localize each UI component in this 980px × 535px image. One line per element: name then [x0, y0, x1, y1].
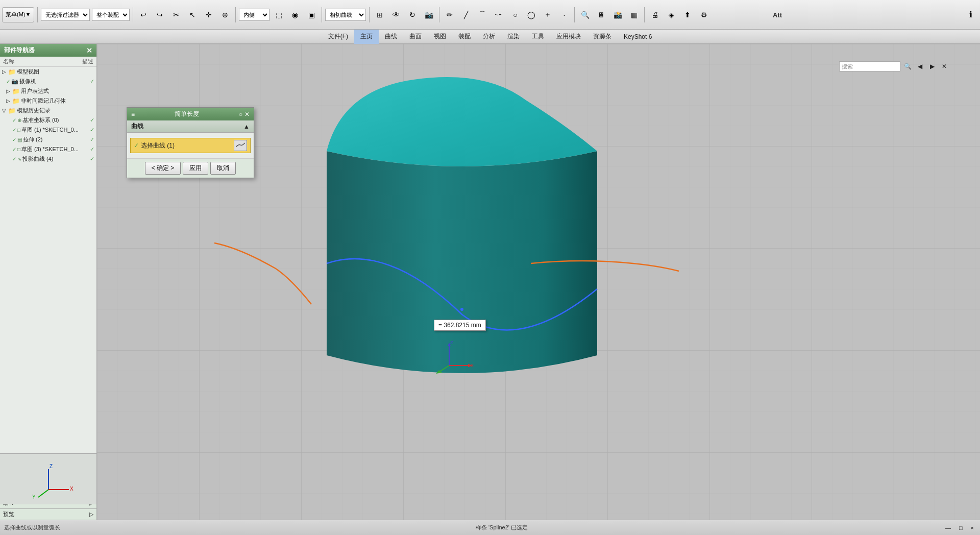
cut-icon[interactable]: ✂ [169, 8, 183, 22]
tree-expressions[interactable]: ▷ 📁 用户表达式 [0, 86, 96, 96]
tree-model-view[interactable]: ▷ 📁 模型视图 [0, 67, 96, 77]
view-icon[interactable]: 👁 [389, 8, 403, 22]
menu-left-icon[interactable]: ◀ [915, 61, 925, 71]
assembly-dropdown[interactable]: 整个装配 [92, 9, 130, 21]
menu-assembly[interactable]: 装配 [452, 30, 477, 44]
menu-analysis[interactable]: 分析 [477, 30, 501, 44]
svg-text:X: X [471, 363, 474, 368]
menu-modules[interactable]: 应用模块 [550, 30, 587, 44]
move-icon[interactable]: ✛ [202, 8, 216, 22]
ok-button[interactable]: < 确定 > [145, 162, 181, 175]
tree-extrude[interactable]: ✓ ▤ 拉伸 (2) ✓ [0, 135, 96, 144]
tree-datum-csys[interactable]: ✓ ⊕ 基准坐标系 (0) ✓ [0, 115, 96, 125]
status-close-button[interactable]: × [969, 524, 976, 531]
direction-dropdown[interactable]: 内侧 [239, 9, 270, 21]
folder-icon: 📁 [8, 68, 16, 76]
search-input[interactable] [839, 61, 900, 71]
status-right-controls: — □ × [943, 524, 976, 531]
menu-tools[interactable]: 工具 [526, 30, 550, 44]
cube-icon[interactable]: ▣ [304, 8, 318, 22]
tree-item-label: 草图 (1) *SKETCH_0... [21, 126, 79, 134]
tree-item-label: 用户表达式 [21, 87, 49, 95]
export-icon[interactable]: ⬆ [680, 8, 695, 22]
wave-icon[interactable]: 〰 [492, 8, 506, 22]
check-icon: ✓ [12, 156, 16, 162]
menu-curve[interactable]: 曲线 [379, 30, 403, 44]
tree-camera[interactable]: ✓ 📷 摄像机 ✓ [0, 77, 96, 86]
menu-surface[interactable]: 曲面 [403, 30, 428, 44]
check-icon: ✓ [12, 137, 16, 142]
check-icon: ✓ [6, 79, 10, 84]
check-right: ✓ [90, 127, 94, 133]
menu-close-icon[interactable]: ✕ [939, 61, 949, 71]
menu-search-icon[interactable]: 🔍 [902, 61, 913, 71]
grid-icon[interactable]: ▦ [627, 8, 641, 22]
panel-close-button[interactable]: ✕ [86, 46, 92, 55]
filter-dropdown[interactable]: 无选择过滤器 [41, 9, 90, 21]
separator-6 [439, 7, 439, 22]
chevron-right-icon: ▷ [89, 511, 93, 518]
folder-icon: 📁 [12, 88, 20, 95]
expander-preview[interactable]: 预览 ▷ [0, 508, 96, 520]
dialog-minimize-button[interactable]: ○ [239, 111, 242, 118]
monitor-icon[interactable]: 🖥 [594, 8, 608, 22]
tree-sketch-1[interactable]: ✓ □ 草图 (1) *SKETCH_0... ✓ [0, 125, 96, 135]
sketch-icon: □ [17, 127, 20, 133]
apply-button[interactable]: 应用 [183, 162, 208, 175]
render-icon[interactable]: ◈ [664, 8, 678, 22]
separator-5 [369, 7, 370, 22]
ellipse-icon[interactable]: ◯ [524, 8, 538, 22]
settings-icon[interactable]: ⚙ [697, 8, 711, 22]
check-right: ✓ [90, 136, 94, 143]
att-tab: Att [769, 0, 786, 30]
section-collapse-icon[interactable]: ▲ [243, 123, 250, 130]
arc-icon[interactable]: ⌒ [475, 8, 489, 22]
sphere-icon[interactable]: ◉ [288, 8, 302, 22]
info-icon[interactable]: ℹ [964, 8, 978, 22]
select-icon[interactable]: ↖ [185, 8, 200, 22]
expand-icon: ▷ [2, 69, 6, 75]
point-icon[interactable]: · [557, 8, 571, 22]
status-bar: 选择曲线或以测量弧长 样条 'Spline2' 已选定 — □ × [0, 520, 980, 535]
tree-non-timestamp[interactable]: ▷ 📁 非时间戳记几何体 [0, 96, 96, 106]
curve-select-button[interactable] [234, 140, 247, 151]
pencil-icon[interactable]: ✏ [443, 8, 457, 22]
tree-model-history[interactable]: ▽ 📁 模型历史记录 [0, 106, 96, 115]
dialog-titlebar[interactable]: ≡ 简单长度 ○ ✕ [127, 108, 254, 120]
curve-icon [236, 142, 245, 149]
menu-render[interactable]: 渲染 [501, 30, 526, 44]
dialog-close-button[interactable]: ✕ [244, 111, 250, 118]
undo-icon[interactable]: ↩ [136, 8, 151, 22]
plus-icon[interactable]: ＋ [541, 8, 555, 22]
separator-8 [644, 7, 645, 22]
dialog-title-icons: ○ ✕ [239, 111, 250, 118]
camera-icon[interactable]: 📷 [422, 8, 436, 22]
menu-resources[interactable]: 资源条 [587, 30, 618, 44]
screenshot-icon[interactable]: 📸 [610, 8, 625, 22]
menu-home[interactable]: 主页 [354, 30, 379, 44]
zoom-icon[interactable]: 🔍 [578, 8, 592, 22]
svg-text:Y: Y [32, 494, 36, 500]
menu-view[interactable]: 视图 [428, 30, 452, 44]
check-icon: ✓ [12, 117, 16, 123]
status-minimize-button[interactable]: — [943, 524, 953, 531]
print-icon[interactable]: 🖨 [648, 8, 662, 22]
tree-sketch-3[interactable]: ✓ □ 草图 (3) *SKETCH_0... ✓ [0, 144, 96, 154]
tree-project-curve[interactable]: ✓ ∿ 投影曲线 (4) ✓ [0, 154, 96, 164]
transform-icon[interactable]: ⊕ [218, 8, 232, 22]
expand-icon: ▷ [6, 98, 10, 104]
curve-type-dropdown[interactable]: 相切曲线 [325, 9, 366, 21]
menu-file[interactable]: 文件(F) [322, 30, 354, 44]
circle-icon[interactable]: ○ [508, 8, 522, 22]
expand-icon: ▽ [2, 108, 6, 113]
snap-icon[interactable]: ⊞ [373, 8, 387, 22]
menu-keyshot[interactable]: KeyShot 6 [618, 30, 658, 44]
redo-icon[interactable]: ↪ [153, 8, 167, 22]
line-icon[interactable]: ╱ [459, 8, 473, 22]
menu-right-icon[interactable]: ▶ [927, 61, 937, 71]
cancel-button[interactable]: 取消 [210, 162, 236, 175]
select-region-icon[interactable]: ⬚ [272, 8, 286, 22]
menu-button[interactable]: 菜单(M)▼ [2, 7, 34, 22]
rotate-icon[interactable]: ↻ [405, 8, 420, 22]
status-restore-button[interactable]: □ [957, 524, 965, 531]
